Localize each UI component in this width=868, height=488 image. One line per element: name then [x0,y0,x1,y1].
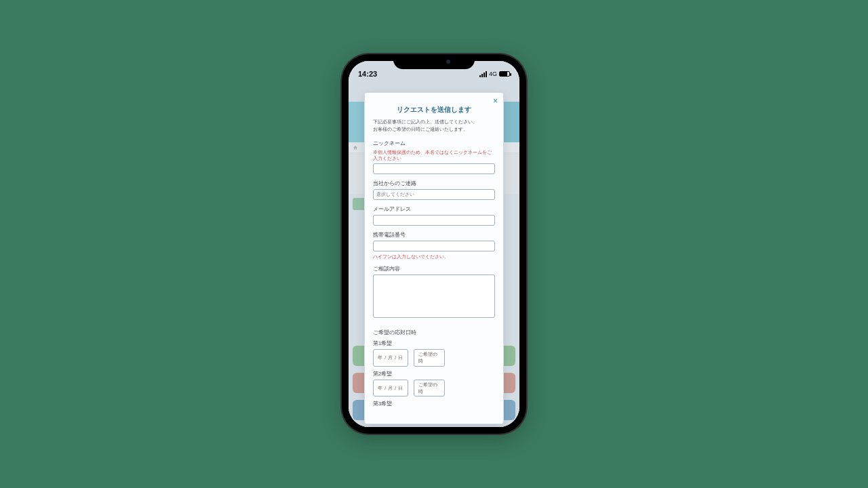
pref1-date-input[interactable]: 年 / 月 / 日 [373,349,408,367]
phone-frame: 14:23 4G × リクエストを送信 [342,54,526,434]
email-label: メールアドレス [373,205,495,213]
modal-lead-line2: お客様のご希望の日時にご連絡いたします。 [373,127,468,131]
phone-input[interactable] [373,241,495,251]
pref1-time-input[interactable]: ご希望の時 [414,349,445,367]
modal-lead-line1: 下記必要事項にご記入の上、送信してください。 [373,119,477,124]
nickname-input[interactable] [373,163,495,174]
nickname-label: ニックネーム [373,140,495,147]
phone-notch [393,54,475,69]
email-input[interactable] [373,215,495,226]
nickname-note: ※個人情報保護のため、本名ではなくニックネームをご入力ください [373,149,495,161]
pref1-label: 第1希望 [373,340,495,347]
close-icon[interactable]: × [493,97,498,105]
pref2-label: 第2希望 [373,371,495,378]
request-modal: × リクエストを送信します 下記必要事項にご記入の上、送信してください。 お客様… [364,92,504,424]
pref2-date-input[interactable]: 年 / 月 / 日 [373,380,408,397]
pref2-time-input[interactable]: ご希望の時 [414,380,445,397]
pref1-row: 年 / 月 / 日 ご希望の時 [373,349,495,367]
signal-icon [479,71,487,77]
status-right: 4G [479,70,510,77]
phone-note: ハイフンは入力しないでください。 [373,253,495,260]
contact-label: 当社からのご連絡 [373,180,495,187]
datetime-section-title: ご希望の応対日時 [373,329,495,336]
status-time: 14:23 [358,70,377,78]
modal-lead: 下記必要事項にご記入の上、送信してください。 お客様のご希望の日時にご連絡いたし… [373,119,495,133]
phone-screen: 14:23 4G × リクエストを送信 [349,61,519,427]
battery-icon [499,71,510,77]
network-label: 4G [489,70,497,77]
content-textarea[interactable] [373,274,495,318]
pref2-row: 年 / 月 / 日 ご希望の時 [373,380,495,397]
pref3-label: 第3希望 [373,401,495,407]
contact-select[interactable]: 選択してください [373,189,495,200]
phone-label: 携帯電話番号 [373,231,495,239]
content-label: ご相談内容 [373,265,495,272]
modal-overlay[interactable]: × リクエストを送信します 下記必要事項にご記入の上、送信してください。 お客様… [349,61,519,427]
contact-select-value: 選択してください [376,191,414,198]
modal-title: リクエストを送信します [373,105,495,115]
